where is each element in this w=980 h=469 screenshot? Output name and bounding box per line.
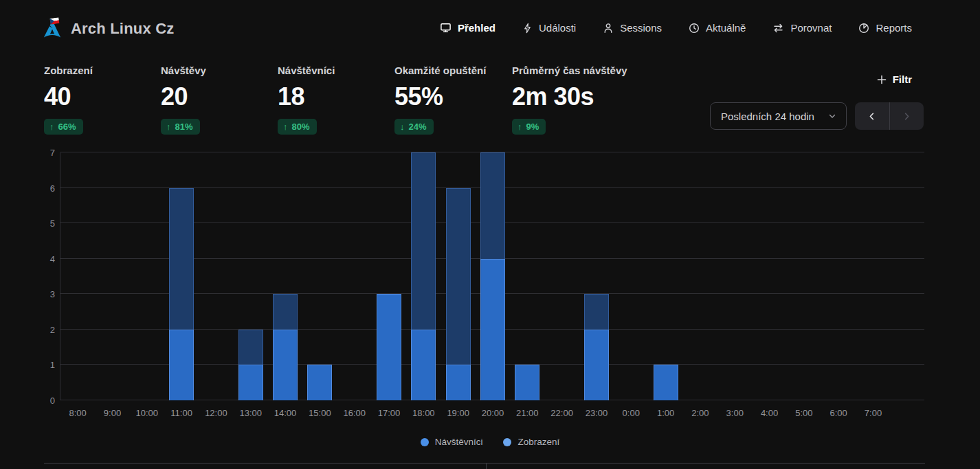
- legend-dot-icon: [503, 438, 511, 446]
- bar-navstevnici[interactable]: [584, 330, 609, 400]
- y-axis-label: 3: [50, 289, 55, 299]
- date-range-value: Posledních 24 hodin: [721, 111, 814, 122]
- metric-value: 55%: [394, 82, 512, 111]
- bar-navstevnici[interactable]: [238, 365, 263, 400]
- bar-navstevnici[interactable]: [654, 365, 678, 400]
- legend-item[interactable]: Zobrazení: [503, 437, 559, 447]
- nav-label: Sessions: [620, 22, 662, 34]
- change-badge: ↑66%: [44, 119, 83, 135]
- x-axis-label: 6:00: [821, 408, 856, 418]
- date-pager: [855, 102, 924, 130]
- x-axis-label: 10:00: [130, 408, 164, 418]
- x-axis-label: 5:00: [787, 408, 821, 418]
- y-axis-label: 6: [50, 183, 55, 194]
- chevron-down-icon: [827, 111, 837, 121]
- bar-navstevnici[interactable]: [377, 294, 401, 400]
- metric-navstevy: Návštěvy 20 ↑81%: [161, 65, 278, 135]
- metric-label: Zobrazení: [44, 65, 161, 76]
- x-axis-label: 14:00: [268, 408, 302, 418]
- arch-linux-logo-icon: [43, 19, 62, 38]
- y-axis-label: 0: [50, 396, 55, 406]
- panel-divider: [486, 464, 487, 469]
- metric-label: Návštěvy: [161, 65, 278, 76]
- monitor-icon: [440, 22, 452, 34]
- legend-label: Návštěvníci: [435, 437, 483, 447]
- lightning-icon: [522, 23, 533, 34]
- metric-label: Okamžité opuštění: [394, 65, 512, 76]
- nav-label: Porovnat: [790, 22, 832, 34]
- arrow-up-icon: ↑: [49, 122, 54, 132]
- bar-navstevnici[interactable]: [411, 330, 436, 400]
- x-axis-label: 17:00: [372, 408, 406, 418]
- x-axis-label: 8:00: [60, 408, 95, 418]
- nav-label: Události: [539, 22, 576, 34]
- x-axis-label: 20:00: [476, 408, 510, 418]
- x-axis-label: 22:00: [544, 408, 579, 418]
- y-axis-label: 5: [50, 218, 55, 229]
- nav-item-sessions[interactable]: Sessions: [603, 22, 662, 34]
- bar-navstevnici[interactable]: [515, 365, 539, 400]
- change-badge: ↑81%: [161, 119, 200, 135]
- clock-icon: [689, 23, 700, 34]
- nav-item-prehled[interactable]: Přehled: [440, 22, 495, 34]
- x-axis-label: 19:00: [441, 408, 476, 418]
- metrics-bar: Zobrazení 40 ↑66% Návštěvy 20 ↑81% Návšt…: [44, 65, 629, 135]
- date-range-dropdown[interactable]: Posledních 24 hodin: [710, 102, 847, 130]
- bar-navstevnici[interactable]: [446, 365, 471, 400]
- filter-button[interactable]: Filtr: [876, 73, 912, 85]
- previous-period-button[interactable]: [855, 102, 889, 130]
- arrow-up-icon: ↑: [517, 122, 522, 132]
- bar-navstevnici[interactable]: [480, 259, 505, 400]
- metric-label: Průměrný čas návštěvy: [512, 65, 629, 76]
- x-axis-label: 16:00: [337, 408, 372, 418]
- site-selector[interactable]: Arch Linux Cz: [43, 19, 175, 38]
- x-axis-label: 7:00: [856, 408, 890, 418]
- metric-label: Návštěvníci: [278, 65, 394, 76]
- x-axis-label: 0:00: [614, 408, 648, 418]
- x-axis-label: 15:00: [302, 408, 337, 418]
- x-axis-label: 9:00: [95, 408, 129, 418]
- bar-navstevnici[interactable]: [273, 330, 298, 400]
- x-axis-label: 2:00: [683, 408, 717, 418]
- metric-prumerny-cas: Průměrný čas návštěvy 2m 30s ↑9%: [512, 65, 629, 135]
- y-axis-label: 4: [50, 254, 55, 264]
- nav-item-porovnat[interactable]: Porovnat: [772, 22, 832, 34]
- chart-plot: 8:009:0010:0011:0012:0013:0014:0015:0016…: [60, 152, 924, 400]
- metric-zobrazeni: Zobrazení 40 ↑66%: [44, 65, 161, 135]
- filter-label: Filtr: [893, 73, 912, 85]
- x-axis-label: 21:00: [510, 408, 544, 418]
- x-axis-label: 13:00: [234, 408, 268, 418]
- nav-item-udalosti[interactable]: Události: [522, 22, 576, 34]
- bar-navstevnici[interactable]: [169, 330, 194, 400]
- arrow-up-icon: ↑: [283, 122, 288, 132]
- change-badge: ↑9%: [512, 119, 546, 135]
- compare-arrows-icon: [772, 23, 784, 34]
- arrow-down-icon: ↓: [400, 122, 405, 132]
- chevron-right-icon: [902, 111, 912, 122]
- metric-value: 2m 30s: [512, 82, 629, 111]
- nav-label: Přehled: [458, 22, 495, 34]
- metric-value: 40: [44, 82, 161, 111]
- chart-y-axis: 01234567: [21, 152, 55, 400]
- y-axis-label: 7: [50, 148, 55, 158]
- x-axis-label: 12:00: [199, 408, 233, 418]
- metric-navstevnici: Návštěvníci 18 ↑80%: [278, 65, 394, 135]
- change-badge: ↑80%: [278, 119, 317, 135]
- legend-item[interactable]: Návštěvníci: [421, 437, 483, 447]
- metric-okamzite-opusteni: Okamžité opuštění 55% ↓24%: [394, 65, 512, 135]
- x-axis-label: 11:00: [164, 408, 199, 418]
- nav-item-reports[interactable]: Reports: [858, 22, 912, 34]
- bar-navstevnici[interactable]: [307, 365, 332, 400]
- plus-icon: [876, 74, 887, 85]
- pie-chart-icon: [858, 23, 869, 34]
- metric-value: 18: [278, 82, 394, 111]
- next-period-button[interactable]: [890, 102, 924, 130]
- arrow-up-icon: ↑: [166, 122, 171, 132]
- metric-value: 20: [161, 82, 278, 111]
- nav-item-aktualne[interactable]: Aktuálně: [689, 22, 746, 34]
- y-axis-label: 1: [50, 360, 55, 370]
- legend-dot-icon: [421, 438, 429, 446]
- bottom-panels-edge: [44, 463, 925, 469]
- x-axis-label: 18:00: [406, 408, 441, 418]
- page-title: Arch Linux Cz: [71, 20, 175, 38]
